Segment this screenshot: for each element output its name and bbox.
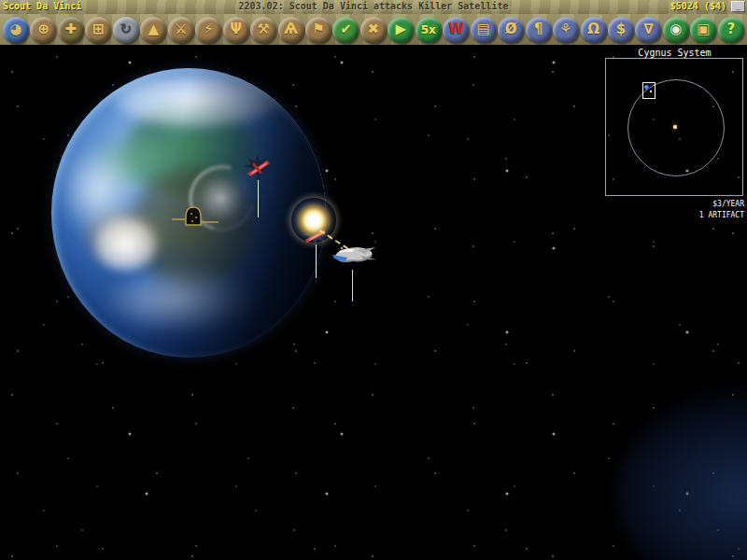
game-screen: Scout Da Vinci 2203.02: Scout Da Vinci a… (0, 0, 747, 560)
selection-line-active (352, 270, 353, 301)
money-display: $5024 ($4) (670, 1, 726, 11)
help-icon[interactable]: ? (718, 17, 744, 43)
grid-reticle-icon[interactable]: ⊞ (85, 17, 111, 43)
selection-line (258, 180, 259, 217)
planet-view-icon[interactable]: ◕ (3, 17, 29, 43)
space-viewport[interactable]: Cygnus System $3/YEAR 1 ARTIFACT (0, 47, 747, 560)
pickaxe-icon[interactable]: ⚒ (250, 17, 276, 43)
scroll-icon[interactable]: ¶ (526, 17, 552, 43)
cycle-arrows-icon[interactable]: ↻ (113, 17, 139, 43)
minimap-planet-dot[interactable] (644, 85, 649, 90)
funnel-icon[interactable]: ∇ (635, 17, 661, 43)
up-arrow-icon[interactable]: ▲ (140, 17, 166, 43)
minimap-star (673, 125, 677, 129)
killer-satellite-sprite[interactable] (171, 205, 219, 230)
laurel-wreath-icon[interactable]: ⚘ (553, 17, 579, 43)
report-list-icon[interactable]: ▤ (471, 17, 497, 43)
flag-figure-icon[interactable]: ⚑ (305, 17, 331, 43)
eye-icon[interactable]: ◉ (663, 17, 689, 43)
dollar-icon[interactable]: $ (608, 17, 634, 43)
checkmark-icon[interactable]: ✔ (332, 17, 359, 43)
enemy-ship-sprite[interactable] (244, 155, 272, 180)
artifact-count-label: 1 ARTIFACT (699, 211, 744, 219)
chart-zigzag-icon[interactable]: W (443, 17, 469, 43)
crosshair-target-icon[interactable]: ⊕ (30, 17, 56, 43)
speed-5x-icon[interactable]: 5x (416, 17, 442, 43)
selected-object-label: Scout Da Vinci (3, 1, 81, 11)
minimize-button[interactable]: _ (731, 1, 745, 12)
event-message: 2203.02: Scout Da Vinci attacks Killer S… (239, 1, 509, 11)
tower-antenna-icon[interactable]: Ѧ (278, 17, 304, 43)
minimap-title: Cygnus System (605, 48, 744, 58)
radiation-fan-icon[interactable]: ✖ (360, 17, 387, 43)
padlock-icon[interactable]: Ω (581, 17, 607, 43)
save-floppy-icon[interactable]: ▣ (690, 17, 716, 43)
saturn-planet-icon[interactable]: Ø (498, 17, 524, 43)
toolbar: ◕⊕✚⊞↻▲⚔⚡Ψ⚒Ѧ⚑✔✖▶5xW▤Ø¶⚘Ω$∇◉▣? (0, 14, 747, 47)
gun-icon[interactable]: ⚔ (168, 17, 194, 43)
fan-disc-icon[interactable]: ✚ (58, 17, 84, 43)
lightning-icon[interactable]: ⚡ (195, 17, 221, 43)
system-minimap[interactable] (605, 58, 743, 196)
person-icon[interactable]: Ψ (223, 17, 249, 43)
minimap-moon-dot (650, 91, 652, 92)
income-label: $3/YEAR (712, 200, 744, 208)
title-bar: Scout Da Vinci 2203.02: Scout Da Vinci a… (0, 0, 747, 15)
play-icon[interactable]: ▶ (388, 17, 414, 43)
selection-line (316, 245, 317, 278)
nebula (616, 383, 747, 560)
scout-ship-sprite[interactable] (330, 240, 376, 268)
